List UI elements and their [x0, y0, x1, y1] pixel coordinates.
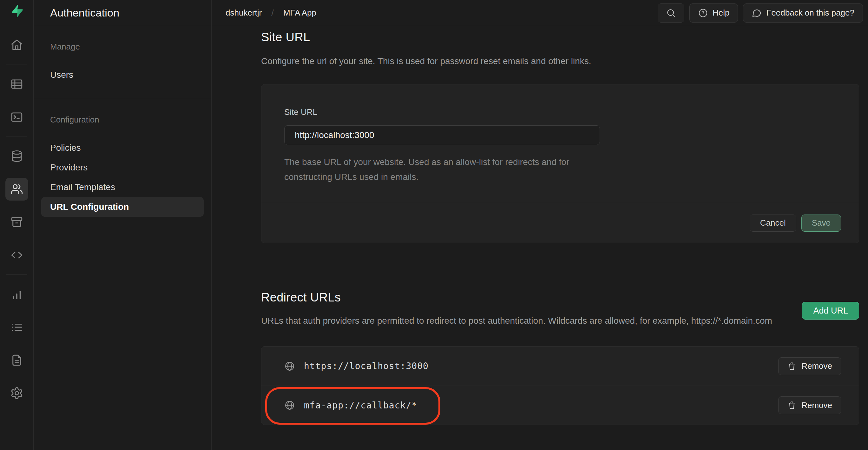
app-window: Authentication Manage Users Configuratio…	[0, 0, 868, 450]
remove-button-label: Remove	[801, 400, 832, 410]
trash-icon	[787, 401, 796, 410]
logs-icon[interactable]	[5, 316, 28, 339]
table-editor-icon[interactable]	[5, 73, 28, 95]
sidebar-item-policies[interactable]: Policies	[41, 138, 204, 158]
site-url-description: Configure the url of your site. This is …	[261, 54, 859, 69]
feedback-button-label: Feedback on this page?	[766, 8, 855, 18]
sidebar-item-providers[interactable]: Providers	[41, 158, 204, 177]
sidebar-item-email-templates[interactable]: Email Templates	[41, 177, 204, 197]
globe-icon	[284, 361, 295, 371]
message-bubble-icon	[751, 8, 762, 18]
search-button[interactable]	[658, 3, 684, 23]
breadcrumb-org[interactable]: dshukertjr	[225, 8, 262, 18]
section-label-configuration: Configuration	[41, 115, 204, 125]
settings-gear-icon[interactable]	[5, 382, 28, 404]
supabase-logo-icon[interactable]	[9, 3, 25, 19]
database-icon[interactable]	[5, 145, 28, 168]
save-button[interactable]: Save	[801, 214, 841, 232]
sql-editor-icon[interactable]	[5, 106, 28, 128]
site-url-heading: Site URL	[261, 30, 859, 44]
globe-icon	[284, 400, 295, 411]
site-url-field-label: Site URL	[284, 107, 836, 117]
site-url-card-footer: Cancel Save	[261, 203, 859, 243]
sidebar-divider	[34, 99, 211, 99]
rail-divider	[6, 64, 27, 64]
site-url-input[interactable]: http://localhost:3000	[284, 125, 600, 145]
page-title: Authentication	[50, 7, 119, 19]
sidebar-item-url-configuration[interactable]: URL Configuration	[41, 197, 204, 217]
content-scroll-area: Site URL Configure the url of your site.…	[212, 26, 868, 450]
feedback-button[interactable]: Feedback on this page?	[743, 3, 863, 23]
topbar-actions: Help Feedback on this page?	[658, 3, 863, 23]
trash-icon	[787, 362, 796, 371]
help-button-label: Help	[713, 8, 730, 18]
breadcrumb-project[interactable]: MFA App	[283, 8, 316, 18]
sidebar-item-users[interactable]: Users	[41, 65, 204, 85]
help-button[interactable]: Help	[689, 3, 738, 23]
redirect-urls-description: URLs that auth providers are permitted t…	[261, 313, 772, 328]
search-icon	[666, 8, 676, 18]
redirect-urls-header: Redirect URLs URLs that auth providers a…	[261, 291, 859, 328]
api-docs-icon[interactable]	[5, 349, 28, 371]
auth-sidebar: Authentication Manage Users Configuratio…	[34, 0, 212, 450]
redirect-url-row: mfa-app://callback/* Remove	[261, 386, 859, 425]
section-label-manage: Manage	[41, 42, 204, 52]
site-url-card: Site URL http://localhost:3000 The base …	[261, 84, 859, 243]
storage-icon[interactable]	[5, 211, 28, 234]
redirect-url-value: mfa-app://callback/*	[304, 400, 417, 411]
reports-icon[interactable]	[5, 283, 28, 306]
remove-url-button[interactable]: Remove	[778, 357, 841, 375]
cancel-button[interactable]: Cancel	[750, 214, 796, 232]
rail-divider	[6, 136, 27, 137]
redirect-url-value: https://localhost:3000	[304, 361, 429, 371]
add-url-button[interactable]: Add URL	[802, 302, 859, 320]
edge-functions-icon[interactable]	[5, 244, 28, 267]
site-url-card-body: Site URL http://localhost:3000 The base …	[261, 84, 859, 203]
help-circle-icon	[698, 8, 708, 18]
redirect-urls-list: https://localhost:3000 Remove mfa-app://…	[261, 346, 859, 425]
redirect-urls-header-text: Redirect URLs URLs that auth providers a…	[261, 291, 772, 328]
breadcrumb-separator: /	[271, 8, 274, 18]
redirect-url-row: https://localhost:3000 Remove	[261, 347, 859, 386]
sidebar-nav: Manage Users Configuration Policies Prov…	[34, 26, 211, 217]
icon-rail	[0, 0, 34, 450]
main-area: dshukertjr / MFA App Help	[212, 0, 868, 450]
remove-url-button[interactable]: Remove	[778, 396, 841, 414]
top-bar: dshukertjr / MFA App Help	[212, 0, 868, 26]
authentication-icon[interactable]	[5, 178, 28, 201]
home-icon[interactable]	[5, 34, 28, 57]
rail-divider	[6, 274, 27, 274]
site-url-field-help: The base URL of your website. Used as an…	[284, 154, 606, 184]
sidebar-header: Authentication	[34, 0, 211, 26]
redirect-urls-heading: Redirect URLs	[261, 291, 772, 304]
remove-button-label: Remove	[801, 361, 832, 371]
